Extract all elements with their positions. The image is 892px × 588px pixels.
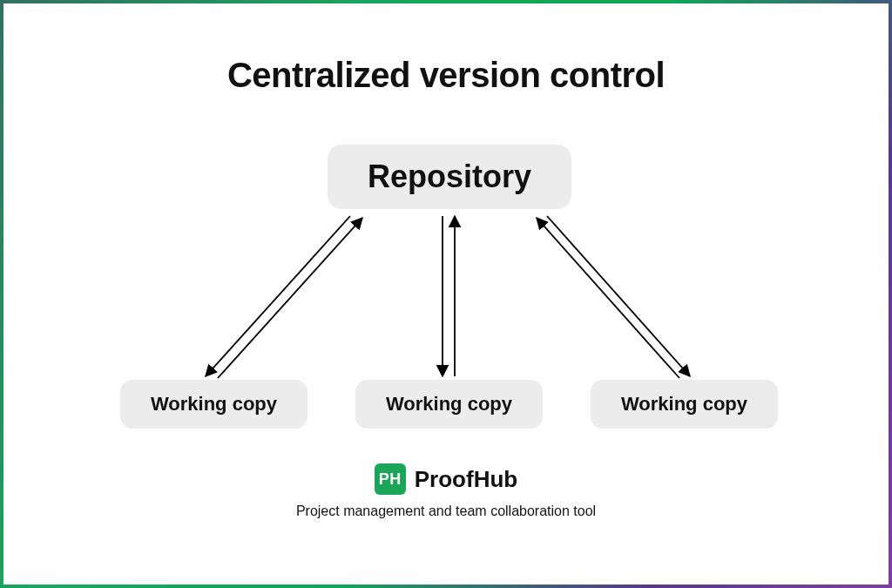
working-copy-2-label: Working copy: [386, 393, 512, 416]
logo-text: PH: [379, 470, 402, 489]
svg-line-1: [218, 218, 362, 378]
repository-label: Repository: [368, 159, 531, 195]
brand-row: PH ProofHub: [375, 463, 517, 495]
working-copy-node-2: Working copy: [355, 380, 543, 429]
branding-block: PH ProofHub Project management and team …: [3, 463, 889, 519]
diagram-canvas: Centralized version control Repository W…: [3, 3, 889, 585]
working-copy-3-label: Working copy: [621, 393, 747, 416]
svg-line-4: [547, 216, 690, 376]
brand-tagline: Project management and team collaboratio…: [296, 504, 596, 519]
proofhub-logo-icon: PH: [375, 463, 406, 495]
svg-line-5: [537, 218, 679, 378]
brand-name: ProofHub: [415, 466, 517, 493]
working-copy-node-3: Working copy: [591, 380, 778, 429]
working-copy-1-label: Working copy: [151, 393, 277, 416]
repository-node: Repository: [328, 145, 571, 209]
svg-line-0: [206, 216, 350, 376]
working-copy-node-1: Working copy: [120, 380, 307, 429]
diagram-title: Centralized version control: [38, 56, 854, 95]
